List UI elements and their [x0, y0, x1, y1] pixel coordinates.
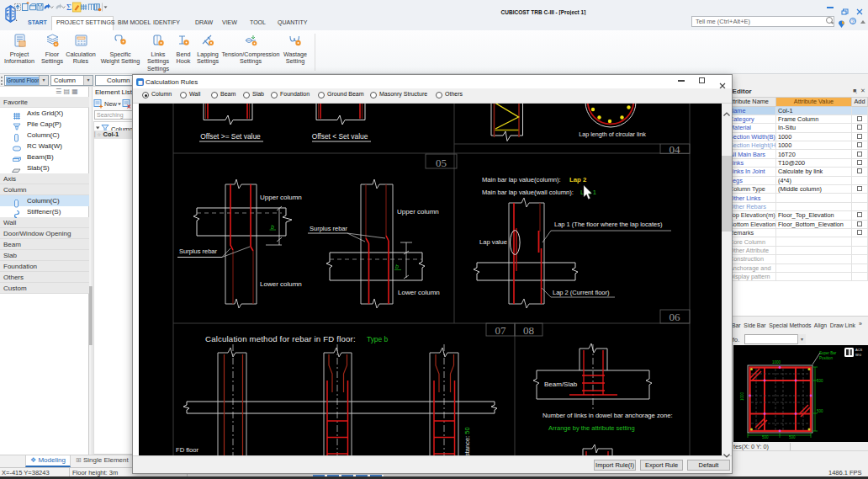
svg-text:1000: 1000 [740, 391, 744, 401]
svg-text:ACS: ACS [855, 348, 863, 352]
svg-text:Type b: Type b [367, 335, 388, 343]
svg-text:Number of links in dowel bar a: Number of links in dowel bar anchorage z… [542, 412, 673, 419]
svg-text:Σ: Σ [66, 3, 71, 12]
svg-text:Position: Position [819, 356, 834, 360]
svg-text:Surplus rebar: Surplus rebar [310, 225, 348, 232]
svg-text:Main bar lap value(wall column: Main bar lap value(wall column): [482, 189, 574, 196]
svg-text:05: 05 [436, 157, 447, 169]
svg-text:Lap 2 (Current floor): Lap 2 (Current floor) [553, 289, 610, 296]
svg-text:b: b [395, 263, 399, 269]
svg-text:Calculation method for rebar i: Calculation method for rebar in FD floor… [205, 334, 356, 343]
svg-text:Surplus rebar: Surplus rebar [179, 247, 218, 255]
svg-text:08: 08 [523, 324, 534, 337]
svg-text:New: New [104, 100, 118, 108]
svg-text:FD floor: FD floor [176, 446, 198, 454]
svg-text:Lap 2: Lap 2 [569, 176, 587, 184]
svg-text:04: 04 [670, 143, 681, 156]
svg-text:stance: 50: stance: 50 [463, 427, 471, 455]
svg-text:500: 500 [789, 435, 796, 439]
svg-text:Upper column: Upper column [260, 194, 302, 201]
svg-text:b: b [271, 224, 274, 230]
svg-text:Beam/Slab: Beam/Slab [544, 381, 578, 388]
svg-text:Offset >= Set value: Offset >= Set value [200, 132, 261, 141]
svg-text:Lap length of circular link: Lap length of circular link [579, 130, 646, 138]
svg-text:500: 500 [762, 435, 769, 439]
svg-text:1000: 1000 [772, 360, 781, 365]
svg-text:Main bar lap value(column):: Main bar lap value(column): [482, 176, 561, 184]
svg-text:Lap value: Lap value [479, 238, 507, 246]
svg-text:500: 500 [817, 379, 823, 383]
svg-text:500: 500 [817, 409, 823, 413]
svg-text:Lap 1 (The floor where the lap: Lap 1 (The floor where the lap locates) [554, 221, 663, 228]
svg-text:Offset < Set value: Offset < Set value [312, 132, 368, 141]
svg-text:Super Bar: Super Bar [819, 351, 837, 355]
svg-text:06: 06 [670, 311, 681, 323]
svg-text:Lower column: Lower column [260, 280, 302, 288]
svg-text:Lower column: Lower column [398, 289, 440, 296]
svg-text:07: 07 [495, 324, 507, 337]
svg-text:Upper column: Upper column [397, 208, 439, 216]
svg-text:W:0: W:0 [855, 353, 862, 357]
svg-text:Arrange by the attribute setti: Arrange by the attribute setting [548, 424, 635, 432]
